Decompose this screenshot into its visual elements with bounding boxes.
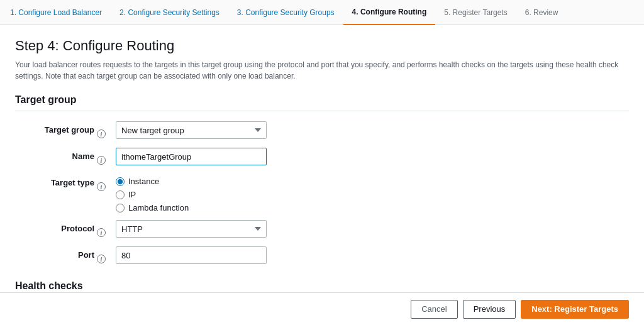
target-type-info-icon[interactable]: i	[97, 182, 106, 191]
page-title: Step 4: Configure Routing	[15, 38, 629, 54]
target-group-select[interactable]: New target group Existing target group	[116, 121, 267, 139]
protocol-info-icon[interactable]: i	[97, 228, 106, 237]
step-1[interactable]: 1. Configure Load Balancer	[10, 0, 111, 25]
target-group-select-wrapper: New target group Existing target group	[116, 121, 267, 139]
radio-instance-label: Instance	[128, 177, 159, 186]
bottom-bar: Cancel Previous Next: Register Targets	[0, 292, 644, 325]
name-row: Name i	[15, 148, 629, 167]
port-info-icon[interactable]: i	[97, 255, 106, 263]
target-group-row: Target group i New target group Existing…	[15, 121, 629, 140]
target-type-label: Target type	[51, 178, 94, 187]
radio-lambda-label: Lambda function	[128, 203, 189, 212]
protocol-select[interactable]: HTTP HTTPS	[116, 220, 267, 238]
target-type-options: Instance IP Lambda function	[116, 174, 267, 212]
radio-ip-label: IP	[128, 190, 136, 199]
target-type-row: Target type i Instance IP Lambda functi	[15, 174, 629, 212]
radio-ip-input[interactable]	[116, 190, 125, 199]
name-info-icon[interactable]: i	[97, 156, 106, 165]
next-button[interactable]: Next: Register Targets	[521, 300, 629, 319]
page-description: Your load balancer routes requests to th…	[15, 59, 629, 82]
radio-group: Instance IP Lambda function	[116, 174, 267, 212]
cancel-button[interactable]: Cancel	[411, 300, 457, 319]
port-label: Port	[78, 250, 94, 260]
protocol-select-wrapper: HTTP HTTPS	[116, 220, 267, 238]
radio-instance[interactable]: Instance	[116, 177, 267, 186]
step-6: 6. Review	[516, 0, 567, 25]
port-input[interactable]	[116, 246, 267, 264]
radio-ip[interactable]: IP	[116, 190, 267, 199]
previous-button[interactable]: Previous	[463, 300, 516, 319]
target-group-info-icon[interactable]: i	[97, 129, 106, 138]
step-5: 5. Register Targets	[435, 0, 516, 25]
target-group-section-title: Target group	[15, 94, 629, 111]
target-group-label: Target group	[45, 125, 94, 135]
name-input[interactable]	[116, 148, 267, 165]
name-input-wrapper	[116, 148, 267, 165]
port-input-wrapper	[116, 246, 267, 264]
step-2[interactable]: 2. Configure Security Settings	[111, 0, 228, 25]
page-content: Step 4: Configure Routing Your load bala…	[0, 25, 644, 325]
name-label: Name	[72, 151, 94, 161]
target-group-section: Target group Target group i New target g…	[15, 94, 629, 265]
step-3[interactable]: 3. Configure Security Groups	[228, 0, 343, 25]
radio-instance-input[interactable]	[116, 177, 125, 186]
radio-lambda[interactable]: Lambda function	[116, 203, 267, 212]
radio-lambda-input[interactable]	[116, 204, 125, 212]
step-4[interactable]: 4. Configure Routing	[343, 0, 436, 25]
protocol-row: Protocol i HTTP HTTPS	[15, 220, 629, 239]
port-row: Port i	[15, 246, 629, 265]
steps-bar: 1. Configure Load Balancer 2. Configure …	[0, 0, 644, 25]
protocol-label: Protocol	[61, 224, 94, 233]
